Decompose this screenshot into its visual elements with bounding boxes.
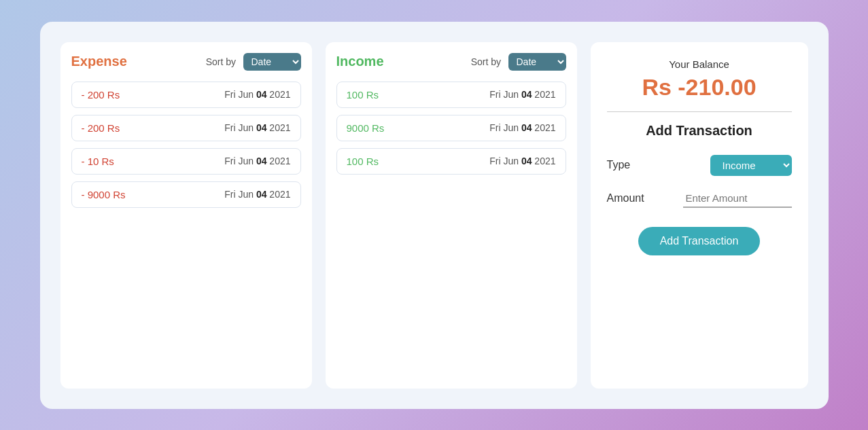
expense-panel: Expense Sort by Date Amount - 200 Rs Fri…	[60, 42, 312, 389]
table-row: - 200 Rs Fri Jun 04 2021	[71, 115, 301, 141]
table-row: 9000 Rs Fri Jun 04 2021	[336, 115, 566, 141]
balance-amount: Rs -210.00	[642, 74, 756, 101]
income-sort-select[interactable]: Date Amount	[508, 53, 566, 71]
divider	[607, 111, 792, 112]
balance-panel: Your Balance Rs -210.00 Add Transaction …	[591, 42, 808, 389]
expense-date: Fri Jun 04 2021	[224, 122, 290, 133]
income-sort-label: Sort by	[471, 56, 501, 67]
expense-date: Fri Jun 04 2021	[224, 89, 290, 100]
expense-amount: - 200 Rs	[82, 89, 120, 101]
type-row: Type Income Expense	[607, 155, 792, 176]
balance-label: Your Balance	[669, 58, 729, 70]
income-date: Fri Jun 04 2021	[489, 122, 555, 133]
table-row: - 10 Rs Fri Jun 04 2021	[71, 148, 301, 175]
table-row: - 9000 Rs Fri Jun 04 2021	[71, 181, 301, 208]
table-row: 100 Rs Fri Jun 04 2021	[336, 148, 566, 175]
income-header: Income Sort by Date Amount	[336, 53, 566, 71]
income-date: Fri Jun 04 2021	[489, 89, 555, 100]
expense-amount: - 10 Rs	[82, 156, 114, 167]
type-select[interactable]: Income Expense	[710, 155, 792, 176]
income-amount: 9000 Rs	[347, 122, 385, 134]
income-amount: 100 Rs	[347, 89, 379, 101]
expense-amount: - 200 Rs	[82, 122, 120, 134]
expense-amount: - 9000 Rs	[82, 189, 126, 200]
add-transaction-button[interactable]: Add Transaction	[638, 227, 761, 255]
amount-label: Amount	[607, 192, 644, 204]
expense-date: Fri Jun 04 2021	[224, 189, 290, 200]
type-label: Type	[607, 159, 631, 171]
expense-sort-label: Sort by	[206, 56, 236, 67]
expense-date: Fri Jun 04 2021	[224, 156, 290, 166]
income-title: Income	[336, 54, 384, 69]
amount-input[interactable]	[683, 190, 792, 208]
expense-title: Expense	[71, 54, 127, 69]
expense-sort-control: Sort by Date Amount	[206, 53, 301, 71]
amount-row: Amount	[607, 190, 792, 208]
income-panel: Income Sort by Date Amount 100 Rs Fri Ju…	[326, 42, 577, 389]
income-amount: 100 Rs	[347, 156, 379, 167]
income-sort-control: Sort by Date Amount	[471, 53, 566, 71]
expense-header: Expense Sort by Date Amount	[71, 53, 301, 71]
table-row: 100 Rs Fri Jun 04 2021	[336, 82, 566, 108]
income-date: Fri Jun 04 2021	[489, 156, 555, 166]
table-row: - 200 Rs Fri Jun 04 2021	[71, 82, 301, 108]
main-card: Expense Sort by Date Amount - 200 Rs Fri…	[40, 22, 829, 409]
add-transaction-title: Add Transaction	[646, 123, 752, 139]
expense-sort-select[interactable]: Date Amount	[243, 53, 301, 71]
